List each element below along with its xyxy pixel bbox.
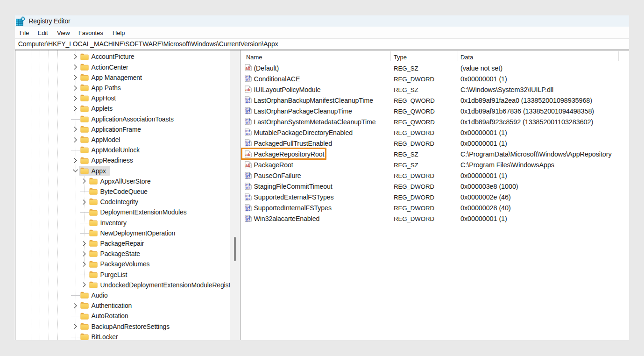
svg-text:110: 110 [245,111,250,114]
svg-text:ab: ab [245,162,250,167]
svg-text:110: 110 [245,121,250,125]
svg-text:110: 110 [245,208,250,211]
svg-text:110: 110 [245,176,250,179]
svg-text:110: 110 [245,132,250,135]
svg-text:ab: ab [245,87,250,92]
svg-text:110: 110 [245,143,250,146]
svg-text:110: 110 [245,100,250,103]
svg-text:110: 110 [245,219,250,222]
svg-text:110: 110 [245,186,250,190]
svg-text:ab: ab [245,65,250,71]
svg-text:110: 110 [245,197,250,200]
svg-text:110: 110 [245,78,250,82]
